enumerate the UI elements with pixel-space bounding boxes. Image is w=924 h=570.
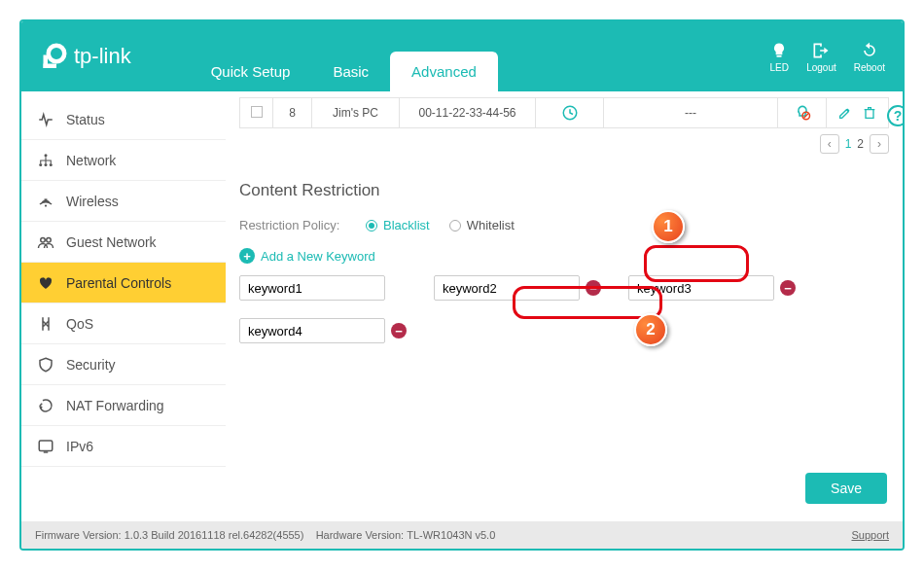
status-icon <box>37 111 54 128</box>
nat-icon <box>37 397 54 414</box>
qos-icon <box>37 315 54 333</box>
tab-advanced[interactable]: Advanced <box>390 52 498 91</box>
sidebar-item-nat-forwarding[interactable]: NAT Forwarding <box>21 385 226 426</box>
table-row: 8 Jim's PC 00-11-22-33-44-56 --- <box>240 98 889 128</box>
svg-point-4 <box>45 154 48 157</box>
keyword-input-3[interactable] <box>628 275 774 301</box>
svg-rect-3 <box>777 55 782 57</box>
save-button[interactable]: Save <box>805 473 887 504</box>
sidebar-item-security[interactable]: Security <box>21 344 226 385</box>
guest-icon <box>37 233 54 251</box>
brand-text: tp-link <box>74 44 131 69</box>
clock-icon[interactable] <box>561 104 579 122</box>
policy-label: Restriction Policy: <box>239 218 366 232</box>
footer: Firmware Version: 1.0.3 Build 20161118 r… <box>21 521 903 549</box>
svg-point-0 <box>49 46 65 62</box>
trash-icon[interactable] <box>862 105 877 121</box>
page-1[interactable]: 1 <box>845 137 852 151</box>
sidebar-item-parental-controls[interactable]: Parental Controls <box>21 263 226 303</box>
tplink-logo-icon <box>39 42 68 71</box>
keyword-grid: − − − − <box>239 275 889 343</box>
logout-button[interactable]: Logout <box>806 41 836 73</box>
cell-id: 8 <box>273 98 312 128</box>
sidebar-item-wireless[interactable]: Wireless <box>21 181 226 222</box>
brand-logo: tp-link <box>39 42 131 71</box>
led-button[interactable]: LED <box>769 41 789 73</box>
svg-rect-2 <box>44 64 57 69</box>
sidebar: Status Network Wireless Guest Network Pa… <box>21 91 226 521</box>
page-next[interactable]: › <box>870 134 889 154</box>
cell-mac: 00-11-22-33-44-56 <box>400 98 536 128</box>
plus-icon: + <box>239 248 255 264</box>
remove-keyword-3[interactable]: − <box>780 280 796 296</box>
reboot-button[interactable]: Reboot <box>854 41 885 73</box>
hw-label: Hardware Version: <box>316 529 405 541</box>
cell-name: Jim's PC <box>312 98 400 128</box>
remove-keyword-4[interactable]: − <box>391 323 407 338</box>
ipv6-icon <box>37 438 54 455</box>
help-button[interactable]: ? <box>887 105 903 126</box>
heart-icon <box>37 274 54 292</box>
page-2[interactable]: 2 <box>857 137 864 151</box>
svg-point-10 <box>47 237 52 242</box>
svg-point-7 <box>50 163 53 166</box>
section-title: Content Restriction <box>239 181 889 200</box>
pagination: ‹ 1 2 › <box>239 134 889 154</box>
device-table: 8 Jim's PC 00-11-22-33-44-56 --- <box>239 97 889 128</box>
keyword-input-2[interactable] <box>434 275 580 301</box>
tab-quick-setup[interactable]: Quick Setup <box>190 52 312 91</box>
remove-keyword-2[interactable]: − <box>586 280 601 296</box>
page-prev[interactable]: ‹ <box>820 134 839 154</box>
row-checkbox[interactable] <box>251 106 263 118</box>
network-icon <box>37 152 54 169</box>
svg-rect-11 <box>39 441 53 451</box>
sidebar-item-qos[interactable]: QoS <box>21 303 226 344</box>
svg-point-5 <box>39 163 42 166</box>
bulb-status-icon[interactable] <box>794 104 811 122</box>
bulb-icon <box>769 41 789 60</box>
support-link[interactable]: Support <box>851 529 889 541</box>
radio-blacklist[interactable]: Blacklist <box>366 218 430 232</box>
fw-label: Firmware Version: <box>35 529 122 541</box>
sidebar-item-network[interactable]: Network <box>21 140 226 181</box>
tab-basic[interactable]: Basic <box>311 52 390 91</box>
main-panel: ? 8 Jim's PC 00-11-22-33-44-56 --- <box>226 91 903 521</box>
cell-desc: --- <box>604 98 778 128</box>
sidebar-item-status[interactable]: Status <box>21 99 226 140</box>
sidebar-item-guest-network[interactable]: Guest Network <box>21 222 226 263</box>
sidebar-item-ipv6[interactable]: IPv6 <box>21 426 226 467</box>
svg-point-9 <box>41 237 46 242</box>
edit-icon[interactable] <box>837 105 853 121</box>
reboot-icon <box>860 41 879 60</box>
keyword-input-1[interactable] <box>239 275 385 301</box>
add-keyword-button[interactable]: + Add a New Keyword <box>239 248 375 264</box>
hw-value: TL-WR1043N v5.0 <box>407 529 495 541</box>
header: tp-link Quick Setup Basic Advanced LED L… <box>21 21 903 91</box>
svg-point-6 <box>45 163 48 166</box>
fw-value: 1.0.3 Build 20161118 rel.64282(4555) <box>124 529 304 541</box>
svg-point-8 <box>45 204 47 206</box>
keyword-input-4[interactable] <box>239 318 385 343</box>
logout-icon <box>811 41 831 60</box>
radio-whitelist[interactable]: Whitelist <box>449 218 515 232</box>
svg-rect-12 <box>44 451 49 453</box>
wireless-icon <box>37 193 54 210</box>
shield-icon <box>37 356 54 374</box>
